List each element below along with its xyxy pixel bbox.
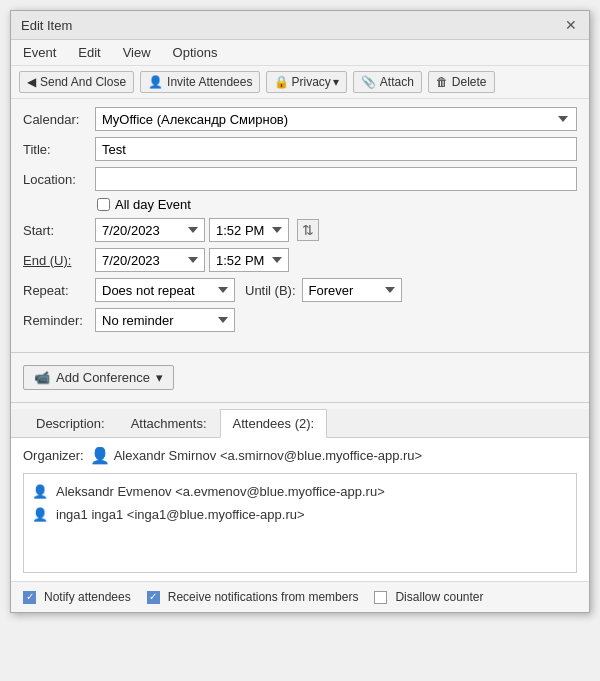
form-area: Calendar: MyOffice (Александр Смирнов) T… — [11, 99, 589, 346]
calendar-row: Calendar: MyOffice (Александр Смирнов) — [23, 107, 577, 131]
toolbar: ◀ Send And Close 👤 Invite Attendees 🔒 Pr… — [11, 66, 589, 99]
organizer-person-icon: 👤 — [90, 446, 110, 465]
start-label: Start: — [23, 223, 95, 238]
delete-button[interactable]: 🗑 Delete — [428, 71, 495, 93]
repeat-label: Repeat: — [23, 283, 95, 298]
invite-attendees-button[interactable]: 👤 Invite Attendees — [140, 71, 260, 93]
privacy-label: Privacy — [291, 75, 330, 89]
add-conference-area: 📹 Add Conference ▾ — [11, 359, 589, 396]
start-time-select[interactable]: 1:52 PM — [209, 218, 289, 242]
reminder-select[interactable]: No reminder — [95, 308, 235, 332]
start-row: Start: 7/20/2023 1:52 PM ⇅ — [23, 218, 577, 242]
title-row: Title: — [23, 137, 577, 161]
attendee-icon-2: 👤 — [32, 507, 48, 522]
send-close-label: Send And Close — [40, 75, 126, 89]
title-input[interactable] — [95, 137, 577, 161]
add-conference-label: Add Conference — [56, 370, 150, 385]
tab-attachments[interactable]: Attachments: — [118, 409, 220, 438]
disallow-checkbox[interactable] — [374, 591, 387, 604]
attendee-name-1: Aleksandr Evmenov <a.evmenov@blue.myoffi… — [56, 484, 385, 499]
invite-icon: 👤 — [148, 75, 163, 89]
notify-attendees-label[interactable]: Notify attendees — [23, 590, 131, 604]
receive-label: Receive notifications from members — [168, 590, 359, 604]
calendar-select[interactable]: MyOffice (Александр Смирнов) — [95, 107, 577, 131]
menu-bar: Event Edit View Options — [11, 40, 589, 66]
attendees-list: 👤 Aleksandr Evmenov <a.evmenov@blue.myof… — [23, 473, 577, 573]
location-input[interactable] — [95, 167, 577, 191]
lock-icon: 🔒 — [274, 75, 289, 89]
receive-notifications-label[interactable]: Receive notifications from members — [147, 590, 359, 604]
until-label: Until (B): — [245, 283, 296, 298]
attach-label: Attach — [380, 75, 414, 89]
send-icon: ◀ — [27, 75, 36, 89]
menu-view[interactable]: View — [119, 43, 155, 62]
attach-button[interactable]: 📎 Attach — [353, 71, 422, 93]
tab-description[interactable]: Description: — [23, 409, 118, 438]
allday-checkbox[interactable] — [97, 198, 110, 211]
attach-icon: 📎 — [361, 75, 376, 89]
location-label: Location: — [23, 172, 95, 187]
invite-label: Invite Attendees — [167, 75, 252, 89]
attendee-item: 👤 inga1 inga1 <inga1@blue.myoffice-app.r… — [30, 503, 570, 526]
end-label: End (U): — [23, 253, 95, 268]
organizer-label: Organizer: — [23, 448, 84, 463]
tabs-bar: Description: Attachments: Attendees (2): — [11, 409, 589, 438]
menu-event[interactable]: Event — [19, 43, 60, 62]
reminder-label: Reminder: — [23, 313, 95, 328]
sync-button[interactable]: ⇅ — [297, 219, 319, 241]
notify-label: Notify attendees — [44, 590, 131, 604]
menu-options[interactable]: Options — [169, 43, 222, 62]
trash-icon: 🗑 — [436, 75, 448, 89]
chevron-down-icon: ▾ — [333, 75, 339, 89]
attendee-icon-1: 👤 — [32, 484, 48, 499]
location-row: Location: — [23, 167, 577, 191]
calendar-label: Calendar: — [23, 112, 95, 127]
dropdown-arrow-icon: ▾ — [156, 370, 163, 385]
attendee-name-2: inga1 inga1 <inga1@blue.myoffice-app.ru> — [56, 507, 305, 522]
send-close-button[interactable]: ◀ Send And Close — [19, 71, 134, 93]
window-title: Edit Item — [21, 18, 72, 33]
delete-label: Delete — [452, 75, 487, 89]
tab-attendees[interactable]: Attendees (2): — [220, 409, 328, 438]
privacy-dropdown[interactable]: 🔒 Privacy ▾ — [266, 71, 346, 93]
footer-area: Notify attendees Receive notifications f… — [11, 581, 589, 612]
title-bar: Edit Item ✕ — [11, 11, 589, 40]
until-select[interactable]: Forever — [302, 278, 402, 302]
allday-label: All day Event — [115, 197, 191, 212]
repeat-row: Repeat: Does not repeat Until (B): Forev… — [23, 278, 577, 302]
end-row: End (U): 7/20/2023 1:52 PM — [23, 248, 577, 272]
add-conference-button[interactable]: 📹 Add Conference ▾ — [23, 365, 174, 390]
menu-edit[interactable]: Edit — [74, 43, 104, 62]
notify-checkbox[interactable] — [23, 591, 36, 604]
allday-row: All day Event — [23, 197, 577, 212]
end-date-select[interactable]: 7/20/2023 — [95, 248, 205, 272]
repeat-select[interactable]: Does not repeat — [95, 278, 235, 302]
start-date-select[interactable]: 7/20/2023 — [95, 218, 205, 242]
title-label: Title: — [23, 142, 95, 157]
disallow-counter-label[interactable]: Disallow counter — [374, 590, 483, 604]
organizer-name: Alexandr Smirnov <a.smirnov@blue.myoffic… — [114, 448, 422, 463]
edit-item-window: Edit Item ✕ Event Edit View Options ◀ Se… — [10, 10, 590, 613]
conference-icon: 📹 — [34, 370, 50, 385]
attendee-item: 👤 Aleksandr Evmenov <a.evmenov@blue.myof… — [30, 480, 570, 503]
receive-checkbox[interactable] — [147, 591, 160, 604]
organizer-row: Organizer: 👤 Alexandr Smirnov <a.smirnov… — [23, 446, 577, 465]
end-time-select[interactable]: 1:52 PM — [209, 248, 289, 272]
disallow-label: Disallow counter — [395, 590, 483, 604]
close-button[interactable]: ✕ — [563, 17, 579, 33]
attendees-area: Organizer: 👤 Alexandr Smirnov <a.smirnov… — [11, 438, 589, 581]
reminder-row: Reminder: No reminder — [23, 308, 577, 332]
